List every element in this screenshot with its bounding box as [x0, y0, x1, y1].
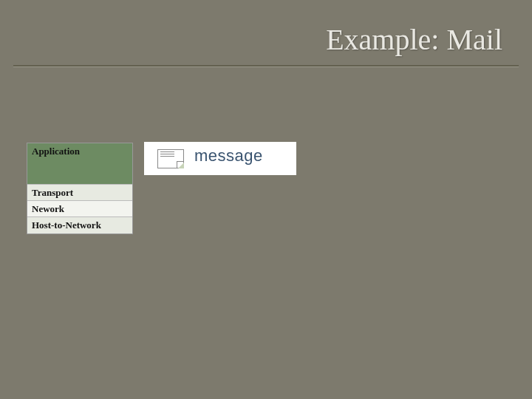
- mail-icon-lines: [160, 151, 174, 158]
- mail-icon: [157, 149, 184, 168]
- message-label: message: [194, 146, 263, 166]
- title-underline: [13, 65, 519, 67]
- mail-icon-corner: [178, 163, 184, 168]
- protocol-stack: Application Transport Nework Host-to-Net…: [27, 143, 133, 234]
- slide: Example: Mail Application Transport Newo…: [0, 0, 532, 399]
- layer-application: Application: [27, 143, 132, 185]
- layer-network: Nework: [27, 201, 132, 217]
- layer-transport: Transport: [27, 185, 132, 201]
- slide-title: Example: Mail: [326, 22, 502, 57]
- layer-host-to-network: Host-to-Network: [27, 217, 132, 233]
- message-panel: message: [144, 142, 296, 175]
